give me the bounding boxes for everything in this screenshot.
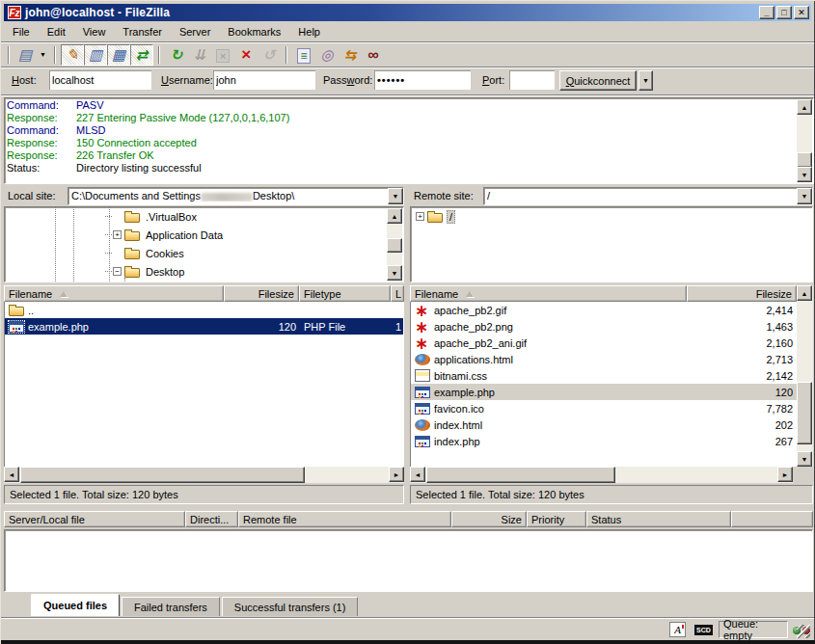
log-scrollbar[interactable]: ▲ ▼ xyxy=(797,99,812,182)
local-directory-tree[interactable]: .VirtualBox Application Data Cookies Des… xyxy=(4,206,404,282)
column-header-server-local-file[interactable]: Server/Local file xyxy=(4,511,185,527)
file-row-example-php[interactable]: example.php 120 PHP File 1 xyxy=(5,318,403,335)
scroll-down-icon[interactable]: ▼ xyxy=(797,167,812,182)
quickconnect-dropdown-button[interactable]: ▼ xyxy=(638,70,653,91)
scroll-up-icon[interactable]: ▲ xyxy=(797,285,812,301)
refresh-button[interactable] xyxy=(165,44,188,66)
column-header-remote-file[interactable]: Remote file xyxy=(238,511,451,527)
host-input[interactable] xyxy=(49,70,151,90)
column-header-last-modified[interactable]: L xyxy=(391,285,404,302)
toggle-log-button[interactable] xyxy=(61,44,84,66)
column-header-filesize[interactable]: Filesize xyxy=(687,285,797,302)
filter-icon xyxy=(297,47,310,62)
file-row[interactable]: apache_pb2.png1,463 xyxy=(411,318,797,335)
scroll-left-icon[interactable]: ◄ xyxy=(4,467,19,482)
php-file-icon xyxy=(415,436,430,447)
scrollbar-thumb[interactable] xyxy=(797,382,812,444)
directory-comparison-button[interactable] xyxy=(315,44,339,66)
window-title: john@localhost - FileZilla xyxy=(25,6,757,19)
column-header-filetype[interactable]: Filetype xyxy=(299,285,391,302)
column-header-direction[interactable]: Directi... xyxy=(185,511,238,527)
local-site-combo[interactable]: C:\Documents and SettingsDesktop\ ▼ xyxy=(68,187,404,205)
file-row[interactable]: applications.html2,713 xyxy=(411,351,797,367)
find-files-button[interactable] xyxy=(362,44,385,66)
password-input[interactable] xyxy=(374,70,471,90)
disconnect-button[interactable] xyxy=(234,44,258,66)
file-row-parent-dir[interactable]: .. xyxy=(5,302,403,318)
site-manager-dropdown-button[interactable]: ▼ xyxy=(37,44,49,66)
quickconnect-button[interactable]: Quickconnect xyxy=(559,70,637,91)
menu-view[interactable]: View xyxy=(74,24,115,40)
menu-help[interactable]: Help xyxy=(289,24,329,40)
scrollbar-thumb[interactable] xyxy=(20,467,305,483)
maximize-button[interactable]: □ xyxy=(776,6,792,19)
sync-browsing-button[interactable] xyxy=(339,44,362,66)
expander-icon[interactable] xyxy=(113,267,122,276)
column-header-filename[interactable]: Filename xyxy=(410,285,687,302)
column-header-filesize[interactable]: Filesize xyxy=(224,285,299,302)
scroll-up-icon[interactable]: ▲ xyxy=(387,208,402,224)
scroll-right-icon[interactable]: ► xyxy=(777,467,793,482)
tree-item-cookies[interactable]: Cookies xyxy=(5,244,403,262)
tab-queued-files[interactable]: Queued files xyxy=(31,594,120,616)
local-list-hscrollbar[interactable]: ◄ ► xyxy=(4,467,404,483)
close-button[interactable]: ✕ xyxy=(794,6,809,19)
file-row[interactable]: bitnami.css2,142 xyxy=(411,367,797,384)
toggle-remote-tree-button[interactable] xyxy=(107,44,130,66)
port-input[interactable] xyxy=(509,70,555,90)
file-row[interactable]: index.html202 xyxy=(411,416,797,433)
menu-server[interactable]: Server xyxy=(171,24,219,40)
remote-list-hscrollbar[interactable]: ◄ ► xyxy=(410,467,793,483)
expander-icon[interactable] xyxy=(113,230,122,239)
menu-file[interactable]: File xyxy=(4,24,39,40)
chevron-down-icon[interactable]: ▼ xyxy=(388,188,403,204)
tree-item-virtualbox[interactable]: .VirtualBox xyxy=(5,207,403,226)
tab-successful-transfers[interactable]: Successful transfers (1) xyxy=(222,597,359,616)
scrollbar-thumb[interactable] xyxy=(426,467,615,483)
tree-item-application-data[interactable]: Application Data xyxy=(5,226,403,244)
column-header-priority[interactable]: Priority xyxy=(527,511,586,527)
remote-site-combo[interactable]: / ▼ xyxy=(483,187,813,205)
file-row[interactable]: favicon.ico7,782 xyxy=(411,400,797,416)
file-row-example-php[interactable]: example.php120 xyxy=(411,384,797,400)
local-tree-scrollbar[interactable]: ▲ ▼ xyxy=(387,208,402,281)
menu-edit[interactable]: Edit xyxy=(39,24,74,40)
scrollbar-thumb[interactable] xyxy=(387,238,402,253)
scrollbar-thumb[interactable] xyxy=(797,152,812,168)
username-input[interactable] xyxy=(213,70,315,90)
compare-icon xyxy=(320,47,333,62)
column-header-status[interactable]: Status xyxy=(586,511,731,527)
file-row[interactable]: index.php267 xyxy=(411,433,797,449)
file-row[interactable]: apache_pb2_ani.gif2,160 xyxy=(411,335,797,351)
column-header-size[interactable]: Size xyxy=(451,511,527,527)
chevron-down-icon[interactable]: ▼ xyxy=(797,188,812,204)
minimize-button[interactable]: _ xyxy=(759,6,774,19)
toggle-local-tree-button[interactable] xyxy=(84,44,107,66)
transfer-queue-list[interactable] xyxy=(4,529,813,592)
remote-list-vscrollbar[interactable]: ▲ ▼ xyxy=(797,285,813,467)
remote-directory-tree[interactable]: / xyxy=(410,206,813,282)
scroll-down-icon[interactable]: ▼ xyxy=(797,451,812,467)
process-queue-button[interactable] xyxy=(188,44,211,66)
reconnect-button[interactable] xyxy=(258,44,281,66)
tab-failed-transfers[interactable]: Failed transfers xyxy=(122,597,220,616)
filezilla-logo-icon: Fz xyxy=(8,6,21,19)
column-header-filename[interactable]: Filename xyxy=(4,285,224,302)
tree-item-desktop[interactable]: Desktop xyxy=(5,262,403,281)
filter-button[interactable] xyxy=(292,44,315,66)
site-manager-button[interactable] xyxy=(14,44,37,66)
scroll-right-icon[interactable]: ► xyxy=(389,467,404,482)
file-row[interactable]: apache_pb2.gif2,414 xyxy=(411,302,797,318)
toggle-queue-button[interactable] xyxy=(130,44,153,66)
resize-grip[interactable] xyxy=(797,625,810,638)
menu-transfer[interactable]: Transfer xyxy=(114,24,171,40)
scroll-down-icon[interactable]: ▼ xyxy=(387,265,402,281)
tree-item-root[interactable]: / xyxy=(411,207,812,226)
scroll-left-icon[interactable]: ◄ xyxy=(410,467,425,482)
cancel-button[interactable] xyxy=(211,44,234,66)
scd-indicator-icon: SCD xyxy=(694,625,713,635)
window-edge xyxy=(1,640,815,644)
menu-bookmarks[interactable]: Bookmarks xyxy=(219,24,289,40)
expander-icon[interactable] xyxy=(416,212,424,221)
scroll-up-icon[interactable]: ▲ xyxy=(797,99,812,115)
